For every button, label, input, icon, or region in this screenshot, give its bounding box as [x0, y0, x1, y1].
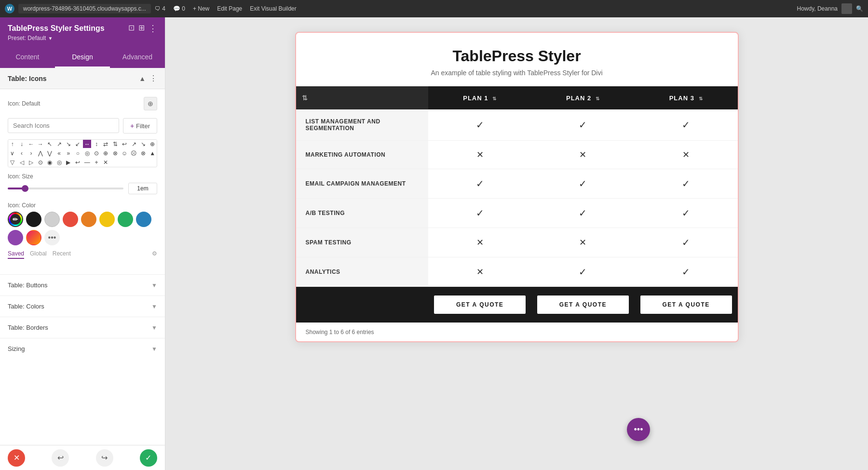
icon-cell[interactable]: ⋁ — [46, 149, 54, 157]
sidebar-icon-columns[interactable]: ⊞ — [138, 23, 145, 34]
comment-count[interactable]: 🗨 4 — [155, 5, 165, 12]
table-header-row: ⇅ PLAN 1 ⇅ PLAN 2 ⇅ PLAN 3 ⇅ — [296, 86, 738, 109]
color-settings-icon[interactable]: ⚙ — [152, 250, 157, 259]
table-buttons-header[interactable]: Table: Buttons ▼ — [0, 275, 165, 295]
get-quote-button-plan3[interactable]: GET A QUOTE — [640, 295, 732, 314]
search-icons-input[interactable] — [8, 118, 119, 133]
filter-button[interactable]: + Filter — [123, 118, 157, 134]
icon-cell[interactable]: ↘ — [64, 140, 72, 148]
icon-cell[interactable]: — — [83, 159, 91, 167]
icon-cell[interactable]: ⋀ — [36, 149, 44, 157]
icon-cell[interactable]: « — [55, 149, 63, 157]
new-button[interactable]: + New — [193, 5, 209, 12]
tab-design[interactable]: Design — [55, 47, 110, 68]
color-picker-swatch[interactable]: ✏ — [8, 212, 23, 227]
icons-collapse-icon[interactable]: ▲ — [139, 75, 146, 82]
icon-size-slider-track[interactable] — [8, 188, 123, 189]
redo-button[interactable]: ↪ — [96, 449, 113, 467]
icon-cell[interactable]: ⇅ — [111, 140, 119, 148]
icon-cell[interactable]: ◎ — [55, 159, 63, 167]
search-browser-icon[interactable]: 🔍 — [856, 5, 863, 12]
color-more-swatch[interactable]: ••• — [44, 230, 60, 245]
table-borders-header[interactable]: Table: Borders ▼ — [0, 317, 165, 338]
icon-cell[interactable]: ⊗ — [139, 149, 147, 157]
icon-cell[interactable]: ☺ — [121, 149, 129, 157]
icon-cell-selected[interactable]: ↔ — [83, 140, 91, 148]
icons-menu-icon[interactable]: ⋮ — [149, 74, 157, 83]
color-white-swatch[interactable] — [44, 212, 60, 227]
icon-cell[interactable]: ▽ — [8, 159, 16, 167]
icon-cell[interactable]: ↖ — [46, 140, 54, 148]
icon-cell[interactable]: ⊗ — [111, 149, 119, 157]
icon-cell[interactable]: ◎ — [83, 149, 91, 157]
sizing-header[interactable]: Sizing ▼ — [0, 338, 165, 359]
icon-cell[interactable]: ← — [27, 140, 35, 148]
color-orange-swatch[interactable] — [81, 212, 96, 227]
icon-cell[interactable]: ↕ — [92, 140, 100, 148]
icon-cell[interactable]: ↩ — [121, 140, 129, 148]
icon-cell[interactable]: ∨ — [8, 149, 16, 157]
icon-cell[interactable]: ↗ — [130, 140, 138, 148]
icon-size-value[interactable] — [128, 183, 157, 194]
icon-cell[interactable]: ○ — [74, 149, 82, 157]
undo-button[interactable]: ↩ — [52, 449, 69, 467]
tab-content[interactable]: Content — [0, 47, 55, 68]
icon-cell[interactable]: → — [36, 140, 44, 148]
icon-cell[interactable]: » — [64, 149, 72, 157]
browser-url[interactable]: wordpress-784896-3610405.cloudwaysapps.c… — [18, 4, 151, 13]
icon-cell[interactable]: ⊕ — [149, 140, 157, 148]
icon-cell[interactable]: › — [27, 149, 35, 157]
icon-cell[interactable]: ‹ — [17, 149, 26, 157]
color-pink-swatch[interactable] — [26, 230, 41, 245]
icon-cell[interactable]: ⊙ — [36, 159, 44, 167]
icon-cell[interactable]: ↙ — [74, 140, 82, 148]
chat-count[interactable]: 💬 0 — [173, 5, 185, 12]
exit-builder-link[interactable]: Exit Visual Builder — [250, 5, 297, 12]
color-blue-swatch[interactable] — [136, 212, 151, 227]
icon-cell[interactable]: ☹ — [130, 149, 138, 157]
sidebar-preset[interactable]: Preset: Default ▼ — [8, 35, 157, 41]
sidebar-icon-crop[interactable]: ⊡ — [128, 23, 135, 34]
table-colors-header[interactable]: Table: Colors ▼ — [0, 296, 165, 317]
color-tab-saved[interactable]: Saved — [8, 250, 24, 259]
icon-cell[interactable]: + — [92, 159, 100, 167]
icon-cell[interactable]: ↘ — [139, 140, 147, 148]
sort-arrows-plan1[interactable]: ⇅ — [492, 96, 497, 101]
color-black-swatch[interactable] — [26, 212, 41, 227]
icon-cell[interactable]: ⊕ — [102, 149, 110, 157]
get-quote-button-plan2[interactable]: GET A QUOTE — [537, 295, 629, 314]
sort-arrows-plan2[interactable]: ⇅ — [596, 96, 600, 101]
icon-cell[interactable]: ⇄ — [102, 140, 110, 148]
cancel-button[interactable]: ✕ — [8, 449, 25, 467]
sort-arrows-feature[interactable]: ⇅ — [302, 94, 308, 102]
icon-cell[interactable]: ↗ — [55, 140, 63, 148]
icon-cell[interactable]: ↩ — [74, 159, 82, 167]
icon-cell[interactable]: ▲ — [149, 149, 157, 157]
slider-thumb[interactable] — [22, 185, 28, 192]
sort-arrows-plan3[interactable]: ⇅ — [699, 96, 703, 101]
icon-cell[interactable]: ▷ — [27, 159, 35, 167]
color-red-swatch[interactable] — [63, 212, 78, 227]
tab-advanced[interactable]: Advanced — [110, 47, 165, 68]
color-yellow-swatch[interactable] — [99, 212, 115, 227]
icon-cell[interactable]: ✕ — [102, 159, 110, 167]
get-quote-button-plan1[interactable]: GET A QUOTE — [434, 295, 526, 314]
icon-cell[interactable]: ◉ — [46, 159, 54, 167]
icon-cell[interactable]: ◁ — [17, 159, 26, 167]
edit-page-link[interactable]: Edit Page — [217, 5, 242, 12]
sidebar-icon-more[interactable]: ⋮ — [149, 23, 157, 34]
floating-action-button[interactable]: ••• — [627, 418, 650, 441]
color-green-swatch[interactable] — [118, 212, 133, 227]
color-tab-global[interactable]: Global — [30, 250, 47, 259]
user-avatar[interactable] — [841, 3, 852, 14]
icon-cell[interactable]: ↓ — [17, 140, 26, 148]
wp-logo[interactable]: W — [5, 4, 14, 13]
icon-cell[interactable]: ⊙ — [92, 149, 100, 157]
icon-cell[interactable]: ▶ — [64, 159, 72, 167]
icons-section-header[interactable]: Table: Icons ▲ ⋮ — [0, 68, 165, 89]
save-button[interactable]: ✓ — [140, 449, 157, 467]
color-tab-recent[interactable]: Recent — [53, 250, 71, 259]
icon-picker-button[interactable]: ⊕ — [144, 97, 157, 110]
color-purple-swatch[interactable] — [8, 230, 23, 245]
icon-cell[interactable]: ↑ — [8, 140, 16, 148]
